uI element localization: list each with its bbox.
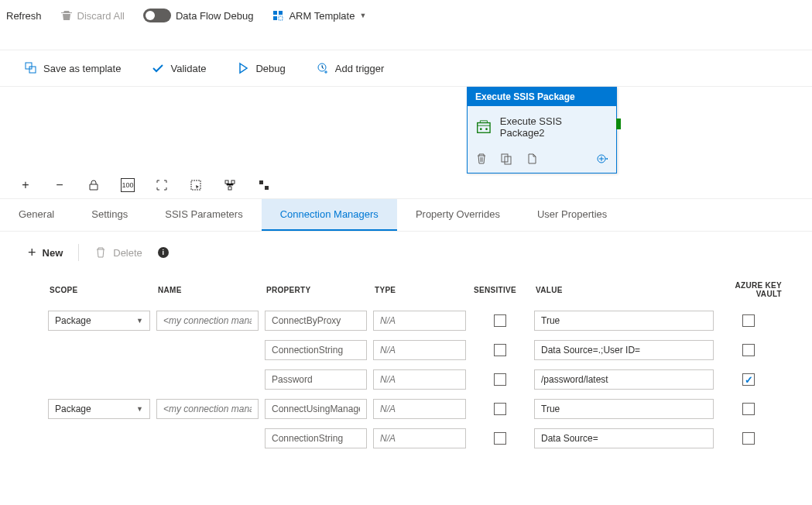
value-input[interactable]: True	[534, 399, 714, 419]
svg-point-9	[485, 128, 488, 130]
property-input[interactable]	[265, 369, 367, 390]
top-toolbar: Refresh Discard All Data Flow Debug ARM …	[0, 0, 812, 31]
tab-settings[interactable]: Settings	[73, 199, 146, 231]
connection-managers-table: SCOPE NAME PROPERTY TYPE SENSITIVE VALUE…	[0, 273, 812, 453]
zoom-fit-icon[interactable]	[155, 178, 169, 192]
refresh-button[interactable]: Refresh	[6, 10, 42, 22]
table-header: SCOPE NAME PROPERTY TYPE SENSITIVE VALUE…	[20, 273, 792, 306]
tab-ssis-parameters[interactable]: SSIS Parameters	[146, 199, 261, 231]
type-input[interactable]	[373, 399, 466, 419]
azure-key-vault-checkbox[interactable]	[742, 373, 755, 386]
tab-connection-managers[interactable]: Connection Managers	[262, 199, 397, 231]
copy-icon[interactable]	[525, 153, 537, 165]
play-icon	[237, 62, 249, 74]
auto-align-icon[interactable]	[223, 178, 237, 192]
svg-rect-0	[273, 11, 277, 15]
azure-key-vault-checkbox[interactable]	[742, 344, 755, 356]
ssis-package-icon	[475, 119, 492, 136]
property-input[interactable]	[265, 340, 367, 360]
clone-icon[interactable]	[500, 153, 512, 165]
tab-property-overrides[interactable]: Property Overrides	[397, 199, 519, 231]
add-trigger-button[interactable]: Add trigger	[317, 62, 385, 74]
table-row: Package▼True	[20, 306, 792, 335]
svg-rect-17	[265, 186, 269, 190]
activity-body: Execute SSIS Package2	[468, 106, 616, 148]
pipeline-canvas[interactable]: Execute SSIS Package Execute SSIS Packag…	[0, 87, 812, 172]
value-input[interactable]: /password/latest	[534, 369, 714, 390]
discard-all-button[interactable]: Discard All	[60, 9, 125, 22]
table-row: /password/latest	[20, 365, 792, 394]
sensitive-checkbox[interactable]	[494, 432, 506, 445]
data-flow-debug-toggle[interactable]: Data Flow Debug	[143, 9, 253, 22]
trash-icon	[94, 246, 107, 259]
arm-template-icon	[272, 9, 284, 22]
name-input[interactable]	[156, 399, 259, 419]
add-icon[interactable]: +	[19, 178, 33, 192]
svg-point-8	[480, 128, 482, 130]
name-input[interactable]	[156, 311, 259, 331]
svg-rect-1	[279, 11, 283, 15]
validate-button[interactable]: Validate	[152, 62, 206, 74]
activity-type-header: Execute SSIS Package	[468, 88, 616, 106]
value-input[interactable]: Data Source=.;User ID=	[534, 340, 714, 360]
svg-rect-16	[259, 180, 263, 184]
table-action-bar: + New Delete i	[0, 232, 812, 273]
property-input[interactable]	[265, 311, 367, 331]
sensitive-checkbox[interactable]	[494, 403, 506, 415]
svg-rect-5	[29, 67, 36, 73]
svg-rect-4	[26, 63, 32, 69]
scope-dropdown[interactable]: Package▼	[48, 399, 150, 419]
activity-node[interactable]: Execute SSIS Package Execute SSIS Packag…	[467, 87, 617, 173]
type-input[interactable]	[373, 369, 466, 390]
type-input[interactable]	[373, 340, 466, 360]
save-as-template-button[interactable]: Save as template	[25, 62, 121, 74]
activity-footer	[468, 148, 616, 173]
settings-tabs: General Settings SSIS Parameters Connect…	[0, 199, 812, 232]
remove-icon[interactable]: −	[53, 178, 67, 192]
chevron-down-icon: ▼	[136, 317, 143, 325]
info-icon[interactable]: i	[158, 247, 169, 258]
svg-rect-14	[231, 180, 235, 184]
svg-rect-2	[273, 16, 277, 20]
zoom-select-icon[interactable]	[189, 178, 203, 192]
layout-icon[interactable]	[257, 178, 271, 192]
tab-general[interactable]: General	[0, 199, 73, 231]
property-input[interactable]	[265, 399, 367, 419]
delete-icon[interactable]	[475, 153, 488, 165]
pipeline-toolbar: Save as template Validate Debug Add trig…	[0, 50, 812, 87]
toggle-switch[interactable]	[143, 9, 171, 22]
activity-output-handle[interactable]	[616, 119, 621, 129]
new-button[interactable]: + New	[28, 245, 63, 261]
debug-button[interactable]: Debug	[237, 62, 285, 74]
arm-template-dropdown[interactable]: ARM Template ▼	[272, 9, 366, 22]
azure-key-vault-checkbox[interactable]	[742, 403, 755, 415]
type-input[interactable]	[373, 311, 466, 331]
tab-user-properties[interactable]: User Properties	[519, 199, 625, 231]
add-output-icon[interactable]	[596, 153, 608, 165]
scope-dropdown[interactable]: Package▼	[48, 311, 150, 331]
table-row: Data Source=.;User ID=	[20, 335, 792, 365]
azure-key-vault-checkbox[interactable]	[742, 432, 755, 445]
chevron-down-icon: ▼	[359, 12, 366, 19]
sensitive-checkbox[interactable]	[494, 373, 506, 386]
svg-rect-15	[228, 187, 231, 190]
sensitive-checkbox[interactable]	[494, 344, 506, 356]
property-input[interactable]	[265, 428, 367, 448]
discard-icon	[60, 9, 73, 22]
save-template-icon	[25, 62, 37, 74]
sensitive-checkbox[interactable]	[494, 314, 506, 327]
activity-name: Execute SSIS Package2	[500, 115, 608, 139]
add-trigger-icon	[317, 62, 329, 74]
chevron-down-icon: ▼	[136, 405, 143, 413]
value-input[interactable]: True	[534, 311, 714, 331]
svg-rect-3	[279, 16, 283, 20]
azure-key-vault-checkbox[interactable]	[742, 314, 755, 327]
value-input[interactable]: Data Source=	[534, 428, 714, 448]
type-input[interactable]	[373, 428, 466, 448]
delete-button[interactable]: Delete	[94, 246, 142, 259]
table-row: Data Source=	[20, 424, 792, 453]
fit-100-icon[interactable]: 100	[121, 178, 135, 192]
checkmark-icon	[152, 62, 164, 74]
canvas-toolbar: + − 100	[0, 172, 812, 199]
lock-icon[interactable]	[87, 178, 101, 192]
